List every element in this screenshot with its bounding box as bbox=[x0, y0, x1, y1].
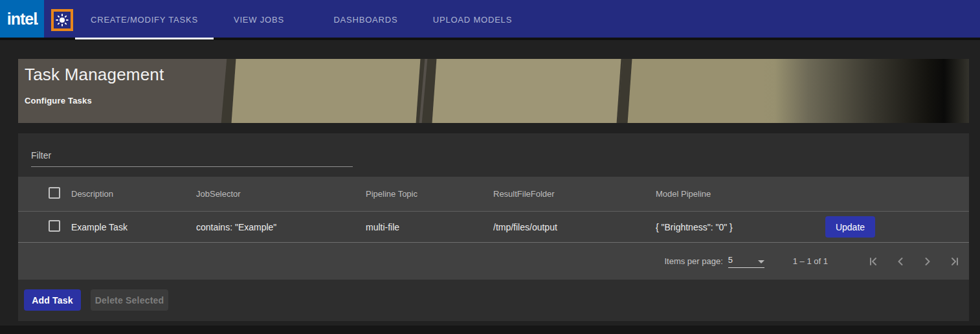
intel-logo-text: intel bbox=[7, 10, 37, 28]
column-header-resultfilefolder: ResultFileFolder bbox=[493, 189, 656, 199]
column-header-description: Description bbox=[71, 189, 196, 199]
tab-upload-models[interactable]: UPLOAD MODELS bbox=[427, 0, 518, 38]
intel-logo-dot bbox=[36, 23, 38, 25]
cell-model-pipeline: { "Brightness": "0" } bbox=[656, 222, 825, 232]
page-banner: Task Management Configure Tasks bbox=[18, 59, 969, 123]
cell-resultfilefolder: /tmp/files/output bbox=[493, 222, 656, 232]
previous-page-icon[interactable] bbox=[893, 254, 908, 269]
filter-section bbox=[18, 133, 969, 177]
tab-dashboards[interactable]: DASHBOARDS bbox=[304, 0, 427, 38]
sun-icon bbox=[55, 13, 69, 27]
select-all-checkbox[interactable] bbox=[49, 187, 60, 199]
first-page-icon[interactable] bbox=[865, 254, 881, 269]
banner-photo-note bbox=[231, 59, 421, 123]
nav-tabs: CREATE/MODIFY TASKS VIEW JOBS DASHBOARDS… bbox=[75, 0, 518, 38]
cell-jobselector: contains: "Example" bbox=[196, 222, 366, 232]
tab-create-modify-tasks[interactable]: CREATE/MODIFY TASKS bbox=[75, 0, 214, 38]
row-checkbox[interactable] bbox=[49, 220, 60, 232]
items-per-page-label: Items per page: bbox=[664, 256, 722, 266]
table-header-row: Description JobSelector Pipeline Topic R… bbox=[18, 177, 969, 212]
banner-photo-dark-edge bbox=[763, 59, 969, 123]
next-page-icon[interactable] bbox=[920, 254, 935, 269]
card-actions: Add Task Delete Selected bbox=[18, 280, 969, 321]
items-per-page-value: 5 bbox=[728, 255, 733, 265]
page-bottom-strip bbox=[0, 326, 980, 334]
banner-photo-note bbox=[432, 59, 622, 123]
update-button[interactable]: Update bbox=[825, 216, 875, 238]
cell-description: Example Task bbox=[71, 222, 196, 232]
theme-toggle-button[interactable] bbox=[51, 9, 73, 31]
column-header-pipeline-topic: Pipeline Topic bbox=[366, 189, 493, 199]
delete-selected-button[interactable]: Delete Selected bbox=[91, 289, 168, 311]
page-title: Task Management bbox=[25, 65, 164, 85]
page-subtitle: Configure Tasks bbox=[25, 96, 164, 106]
paginator-range-label: 1 – 1 of 1 bbox=[793, 256, 828, 266]
table-row: Example Task contains: "Example" multi-f… bbox=[18, 212, 969, 243]
cell-pipeline-topic: multi-file bbox=[366, 222, 493, 232]
tab-view-jobs[interactable]: VIEW JOBS bbox=[214, 0, 304, 38]
task-table-card: Description JobSelector Pipeline Topic R… bbox=[18, 133, 969, 321]
column-header-model-pipeline: Model Pipeline bbox=[656, 189, 825, 199]
add-task-button[interactable]: Add Task bbox=[24, 289, 81, 311]
intel-logo: intel bbox=[0, 0, 44, 38]
items-per-page-select[interactable]: 5 bbox=[728, 255, 764, 268]
paginator-controls bbox=[854, 254, 963, 269]
top-navbar: intel CREATE/MODIFY TASKS VIEW JOBS bbox=[0, 0, 980, 40]
last-page-icon[interactable] bbox=[947, 254, 963, 269]
caret-down-icon bbox=[758, 260, 764, 263]
filter-input[interactable] bbox=[31, 150, 353, 161]
filter-field bbox=[31, 150, 353, 167]
paginator: Items per page: 5 1 – 1 of 1 bbox=[18, 243, 969, 280]
column-header-jobselector: JobSelector bbox=[196, 189, 366, 199]
